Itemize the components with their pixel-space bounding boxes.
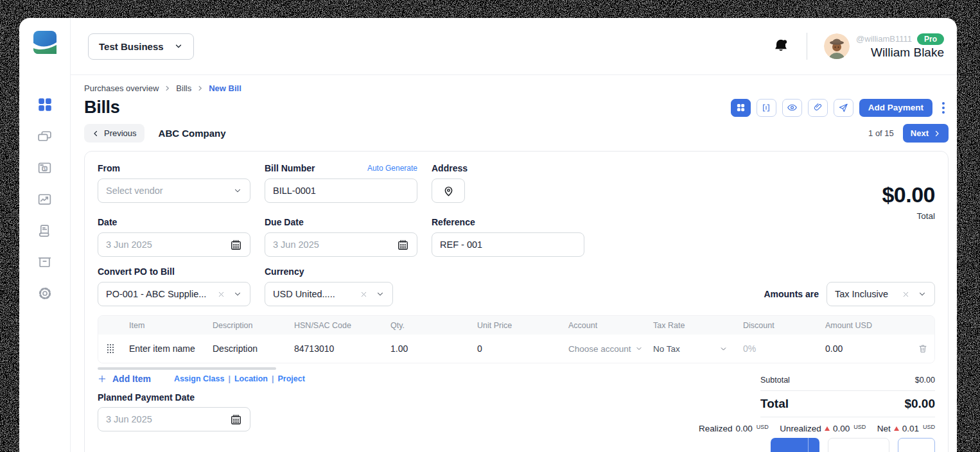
eye-icon: [787, 102, 798, 113]
location-pin-icon: [442, 185, 455, 197]
date-label: Date: [98, 217, 117, 227]
send-button[interactable]: [834, 99, 853, 117]
currency-select[interactable]: USD United.....: [265, 282, 393, 306]
svg-text:$: $: [43, 166, 46, 171]
due-date-label: Due Date: [265, 217, 304, 227]
reference-field: Reference REF - 001: [432, 216, 584, 257]
address-pin-button[interactable]: [432, 178, 465, 203]
unrealized-value: 0.00: [833, 424, 850, 433]
bottom-action-buttons: [771, 438, 935, 452]
app-logo-icon[interactable]: [33, 31, 57, 54]
planned-payment-date-input[interactable]: 3 Jun 2025: [98, 407, 250, 431]
auto-generate-link[interactable]: Auto Generate: [367, 164, 417, 173]
notifications-bell-icon[interactable]: [772, 37, 790, 55]
more-options-button[interactable]: [938, 100, 949, 116]
amounts-are-select[interactable]: Tax Inclusive: [827, 282, 935, 306]
save-split-button[interactable]: [771, 438, 819, 452]
currency-label: Currency: [265, 266, 304, 277]
grand-total-amount: $0.00: [882, 182, 935, 207]
attachment-button[interactable]: [808, 99, 828, 117]
grand-total: $0.00 Total: [882, 182, 935, 221]
grid-view-button[interactable]: [731, 99, 751, 117]
business-name: Test Business: [99, 41, 164, 52]
item-unit-price-input[interactable]: 0: [471, 343, 562, 354]
col-description: Description: [206, 321, 288, 330]
reference-input[interactable]: REF - 001: [432, 232, 584, 257]
preview-button[interactable]: [782, 99, 802, 117]
col-account: Account: [562, 321, 647, 330]
chevron-right-icon: [164, 85, 171, 92]
location-link[interactable]: Location: [234, 374, 268, 383]
total-value: $0.00: [904, 397, 935, 411]
net-value: 0.01: [902, 424, 919, 433]
breadcrumb-purchases-overview[interactable]: Purchases overview: [84, 83, 159, 93]
address-field: Address: [432, 162, 468, 203]
outline-action-button[interactable]: [898, 438, 935, 452]
col-amount: Amount USD: [819, 321, 909, 330]
sidebar-item-sales[interactable]: $: [37, 159, 53, 176]
form-row-2: Date 3 Jun 2025 Due Date 3 Jun 2025: [98, 216, 935, 257]
title-row: Bills: [84, 98, 949, 117]
calendar-icon: [230, 239, 242, 251]
drag-handle-icon[interactable]: [98, 343, 123, 354]
calendar-icon: [230, 413, 242, 426]
net-group: Net 0.01 USD: [877, 424, 935, 433]
sidebar-item-receipts[interactable]: [37, 222, 53, 239]
form-row-1: From Select vendor Bill Number Auto Gene…: [98, 162, 935, 203]
up-triangle-icon: [894, 426, 899, 431]
totals-panel: Subtotal $0.00 Total $0.00 Realized: [699, 376, 935, 433]
sidebar-item-dashboard[interactable]: [37, 96, 53, 113]
item-description-input[interactable]: Description: [206, 343, 288, 354]
chevron-right-icon: [197, 85, 204, 92]
chevron-down-icon: [233, 186, 242, 195]
add-payment-button[interactable]: Add Payment: [859, 99, 932, 117]
item-hsn-input[interactable]: 84713010: [288, 343, 384, 354]
amounts-are-label: Amounts are: [764, 289, 819, 299]
sidebar-item-settings[interactable]: [37, 285, 53, 302]
due-date-input[interactable]: 3 Jun 2025: [265, 232, 417, 257]
previous-button[interactable]: Previous: [84, 124, 144, 143]
vendor-select[interactable]: Select vendor: [98, 178, 250, 203]
chevron-down-icon: [719, 345, 728, 353]
bill-number-label: Bill Number: [265, 163, 315, 173]
sidebar-item-reports[interactable]: [37, 191, 53, 207]
unrealized-group: Unrealized 0.00 USD: [780, 424, 866, 433]
calendar-icon: [397, 239, 409, 251]
pager-row: Previous ABC Company 1 of 15 Next: [84, 124, 949, 143]
table-horizontal-scrollbar[interactable]: [98, 367, 276, 370]
content: Purchases overview Bills New Bill Bills: [71, 75, 957, 452]
bill-number-field: Bill Number Auto Generate BILL-0001: [265, 162, 417, 203]
convert-po-select[interactable]: PO-001 - ABC Supplie...: [98, 282, 250, 306]
grand-total-label: Total: [882, 211, 935, 221]
breadcrumb: Purchases overview Bills New Bill: [84, 83, 949, 93]
record-name: ABC Company: [159, 128, 226, 139]
split-view-button[interactable]: [757, 99, 776, 117]
next-button[interactable]: Next: [903, 124, 949, 143]
delete-row-button[interactable]: [909, 343, 935, 354]
project-link[interactable]: Project: [278, 374, 305, 383]
sidebar-item-archive[interactable]: [37, 254, 53, 270]
sidebar-item-cards[interactable]: [37, 128, 53, 144]
assign-class-link[interactable]: Assign Class: [174, 374, 225, 383]
clear-icon: [217, 290, 225, 299]
item-qty-input[interactable]: 1.00: [384, 343, 471, 354]
due-date-field: Due Date 3 Jun 2025: [265, 216, 417, 257]
page-title: Bills: [84, 98, 120, 117]
amounts-are-group: Amounts are Tax Inclusive: [764, 265, 935, 306]
business-selector[interactable]: Test Business: [88, 33, 194, 60]
date-input[interactable]: 3 Jun 2025: [98, 232, 250, 257]
add-item-button[interactable]: Add Item: [98, 374, 151, 384]
breadcrumb-bills[interactable]: Bills: [176, 83, 191, 93]
chevron-right-icon: [933, 130, 941, 137]
bill-number-input[interactable]: BILL-0001: [265, 178, 417, 203]
item-tax-rate-select[interactable]: No Tax: [647, 344, 737, 354]
convert-po-label: Convert PO to Bill: [98, 266, 175, 277]
secondary-action-button[interactable]: [828, 438, 889, 452]
item-discount-input[interactable]: 0%: [737, 343, 819, 354]
item-account-select[interactable]: Choose account: [562, 344, 647, 354]
plus-icon: [98, 374, 107, 383]
clear-icon: [360, 290, 368, 299]
item-name-input[interactable]: Enter item name: [123, 343, 206, 354]
unrealized-currency: USD: [853, 424, 866, 430]
user-avatar[interactable]: [824, 33, 850, 59]
